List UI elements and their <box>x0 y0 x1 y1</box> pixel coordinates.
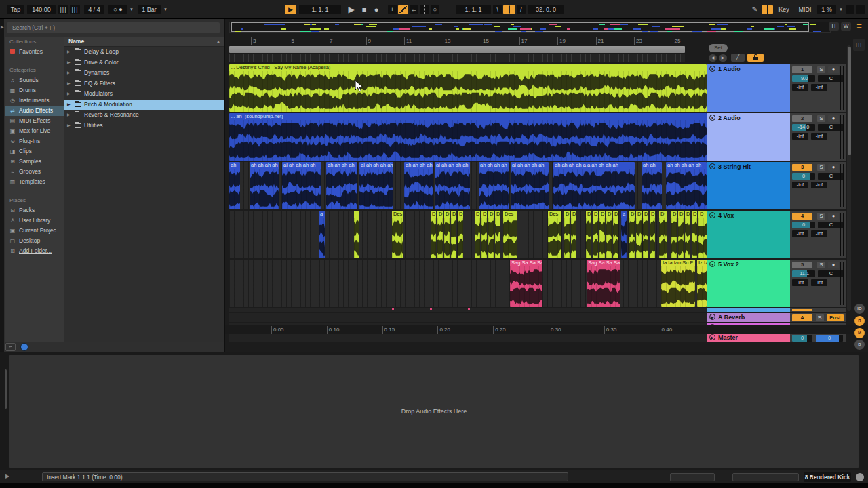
audio-clip[interactable]: D <box>444 211 450 258</box>
solo-button[interactable]: S <box>817 66 825 73</box>
audio-clip[interactable]: D <box>613 211 618 258</box>
audio-clip[interactable]: ah <box>229 162 240 209</box>
track-number-box[interactable]: 1 <box>792 66 812 73</box>
track-number-box[interactable]: 4 <box>792 213 812 220</box>
draw-circle-button[interactable]: ○ <box>431 5 439 14</box>
solo-button[interactable]: S <box>817 262 825 268</box>
arm-button[interactable]: ● <box>828 213 839 220</box>
expander-icon[interactable]: ▶ <box>67 79 72 89</box>
cpu-chevron-icon[interactable]: ▼ <box>838 4 844 15</box>
audio-clip[interactable]: D <box>678 211 684 258</box>
audio-clip[interactable]: ah ah ah ah a a ah ah ah ah <box>553 162 635 209</box>
send-a-field[interactable]: -inf <box>792 133 808 140</box>
audio-clip[interactable]: D <box>495 211 500 258</box>
tempo-field[interactable]: 140.00 <box>27 5 56 14</box>
clip-lane[interactable]: ... Destiny's Child - Say My Name (Acape… <box>229 64 707 112</box>
audio-clip[interactable]: D <box>659 211 667 258</box>
loop-toggle-button[interactable] <box>503 5 515 14</box>
track-view-toggle-icon[interactable]: ||| <box>853 39 865 51</box>
browser-folder-delay-loop[interactable]: ▶Delay & Loop <box>64 47 224 58</box>
audio-clip[interactable]: Sag Sa Sa Sa <box>510 260 542 307</box>
sidebar-item-max-for-live[interactable]: ▣Max for Live <box>5 126 64 136</box>
sidebar-item-clips[interactable]: ◨Clips <box>5 146 64 157</box>
notification-icon[interactable] <box>856 473 864 481</box>
audio-clip[interactable]: D <box>586 211 591 258</box>
track-fold-icon[interactable]: ▼ <box>709 212 715 218</box>
audio-clip[interactable]: D <box>606 211 612 258</box>
scrub-bar[interactable] <box>229 46 685 53</box>
audio-clip[interactable]: Iz Iz <box>697 260 707 307</box>
arrangement-overview[interactable] <box>229 22 831 33</box>
play-button[interactable]: ▶ <box>346 4 357 15</box>
arm-button[interactable]: ● <box>828 66 839 73</box>
master-volume-field[interactable]: 0 <box>792 335 812 342</box>
audio-clip[interactable]: ai ah ah ah ah <box>282 162 321 209</box>
return-track-header-a[interactable]: ▶A Reverb <box>707 313 790 322</box>
expander-icon[interactable]: ▶ <box>67 100 72 110</box>
nudge-down-icon[interactable]: ||| <box>58 5 68 14</box>
browser-collapse-icon[interactable]: ▶ <box>1 24 4 29</box>
audio-clip[interactable]: ah ah <box>642 162 662 209</box>
volume-field[interactable]: 0 <box>792 173 815 180</box>
nudge-up-icon[interactable]: ||| <box>70 5 80 14</box>
arrangement-record-button[interactable]: ● <box>371 4 382 15</box>
set-button[interactable]: Set <box>709 44 728 52</box>
sidebar-item-samples[interactable]: ⊞Samples <box>5 157 64 167</box>
audio-clip[interactable]: ah ah ah ah ah <box>666 162 707 209</box>
volume-field[interactable]: -9.0 <box>792 75 815 82</box>
arm-button[interactable]: ● <box>828 164 839 171</box>
audio-clip[interactable]: ... Destiny's Child - Say My Name (Acape… <box>229 64 707 112</box>
volume-field[interactable]: -14.0 <box>792 124 815 131</box>
return-lane[interactable] <box>229 313 707 322</box>
optimize-height-button[interactable]: H <box>829 22 839 30</box>
expander-icon[interactable]: ▶ <box>67 89 72 100</box>
sidebar-item-plug-ins[interactable]: ⊙Plug-Ins <box>5 136 64 146</box>
sidebar-item-sounds[interactable]: ♫Sounds <box>5 75 64 85</box>
track-fold-icon[interactable]: ▼ <box>709 261 715 267</box>
track-header-5-vox-2[interactable]: ▼5 Vox 2 <box>707 260 790 307</box>
optimize-width-button[interactable]: W <box>841 22 851 30</box>
hamburger-menu-icon[interactable]: ≡ <box>853 20 865 32</box>
track-header-3-string-hit[interactable]: ▼3 String Hit <box>707 162 790 209</box>
mixer-section-toggle-r[interactable]: R <box>854 316 865 326</box>
audio-clip[interactable]: D <box>692 211 697 258</box>
audio-clip[interactable]: D <box>481 211 487 258</box>
expander-icon[interactable]: ▶ <box>67 110 72 121</box>
loop-length-field[interactable]: 32. 0. 0 <box>528 5 564 14</box>
loop-start-field[interactable]: 1. 1. 1 <box>456 5 491 14</box>
arm-button[interactable]: ● <box>828 115 839 122</box>
audio-clip[interactable]: ai ah ah ah ah <box>511 162 549 209</box>
audio-clip[interactable]: Des <box>392 211 403 258</box>
computer-midi-keyboard-button[interactable] <box>762 5 773 14</box>
browser-folder-reverb-resonance[interactable]: ▶Reverb & Resonance <box>64 110 224 121</box>
follow-button[interactable]: ▶ <box>285 5 296 14</box>
solo-button[interactable]: S <box>817 115 825 122</box>
audio-clip[interactable]: D <box>458 211 463 258</box>
time-signature-field[interactable]: 4 / 4 <box>84 5 104 14</box>
track-number-box[interactable]: 5 <box>792 262 812 268</box>
browser-folder-eq-filters[interactable]: ▶EQ & Filters <box>64 79 224 89</box>
audio-clip[interactable]: D <box>636 211 642 258</box>
track-fold-icon[interactable]: ▶ <box>709 334 715 340</box>
sidebar-item-audio-effects[interactable]: ⇌Audio Effects <box>5 106 64 116</box>
clip-lane[interactable]: aDesDDDDDDDDDDesDesDDDDDDDaDDDDDDDDDD <box>229 211 707 258</box>
audio-clip[interactable]: ... ah_(soundpump.net) <box>229 113 707 161</box>
sidebar-item-desktop[interactable]: ▢Desktop <box>5 236 64 246</box>
audio-clip[interactable]: D <box>643 211 648 258</box>
scrollbar-thumb[interactable] <box>848 47 851 155</box>
send-b-field[interactable]: -inf <box>811 230 827 237</box>
time-ruler[interactable]: 0:050:100:150:200:250:300:350:40 <box>225 325 868 334</box>
audio-clip[interactable]: D <box>451 211 456 258</box>
solo-button[interactable]: S <box>817 213 825 220</box>
master-pan-field[interactable]: 0 <box>816 335 843 342</box>
track-fold-icon[interactable]: ▼ <box>709 115 715 121</box>
send-b-field[interactable]: -inf <box>811 133 827 140</box>
audio-clip[interactable]: Des <box>503 211 517 258</box>
tap-tempo-button[interactable]: Tap <box>7 5 24 14</box>
send-a-field[interactable]: -inf <box>792 279 808 286</box>
list-header[interactable]: Name▲ <box>64 37 224 47</box>
clip-lane[interactable]: Sag Sa Sa SaSag Sa Sa SaIa Ia IamSu FIz … <box>229 260 707 307</box>
sidebar-item-add-folder[interactable]: ⊞Add Folder... <box>5 246 64 256</box>
audio-clip[interactable]: a <box>621 211 627 258</box>
track-number-box[interactable]: 2 <box>792 115 812 122</box>
